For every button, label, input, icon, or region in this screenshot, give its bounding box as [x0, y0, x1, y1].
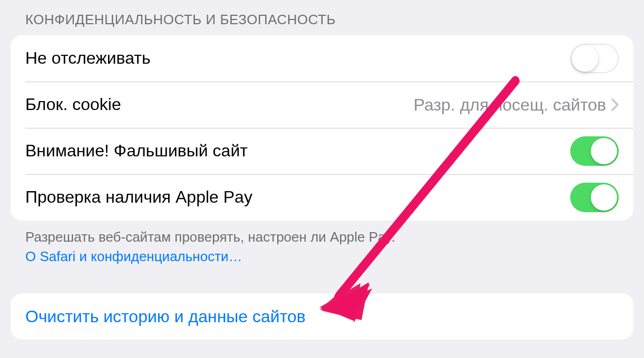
- switch-fraudulent-warning[interactable]: [570, 136, 619, 166]
- switch-knob: [591, 138, 617, 164]
- section-footer: Разрешать веб-сайтам проверять, настроен…: [0, 221, 644, 266]
- footer-description: Разрешать веб-сайтам проверять, настроен…: [25, 229, 395, 245]
- settings-group-privacy: Не отслеживать Блок. cookie Разр. для по…: [11, 35, 633, 221]
- switch-apple-pay[interactable]: [570, 183, 619, 212]
- about-safari-privacy-link[interactable]: О Safari и конфиденциальности…: [25, 247, 619, 266]
- row-label: Блок. cookie: [25, 95, 414, 114]
- switch-knob: [591, 184, 617, 211]
- row-label: Не отслеживать: [25, 49, 570, 67]
- section-header-privacy: КОНФИДЕНЦИАЛЬНОСТЬ И БЕЗОПАСНОСТЬ: [0, 0, 644, 35]
- row-value: Разр. для посещ. сайтов: [414, 95, 606, 115]
- row-check-apple-pay[interactable]: Проверка наличия Apple Pay: [11, 174, 633, 221]
- clear-history-label: Очистить историю и данные сайтов: [25, 307, 306, 326]
- row-block-cookies[interactable]: Блок. cookie Разр. для посещ. сайтов: [11, 82, 633, 128]
- settings-group-clear: Очистить историю и данные сайтов: [11, 293, 633, 340]
- settings-container: КОНФИДЕНЦИАЛЬНОСТЬ И БЕЗОПАСНОСТЬ Не отс…: [0, 0, 644, 340]
- chevron-right-icon: [611, 98, 619, 111]
- row-fraudulent-website-warning[interactable]: Внимание! Фальшивый сайт: [11, 128, 633, 174]
- row-label: Проверка наличия Apple Pay: [25, 188, 570, 206]
- row-label: Внимание! Фальшивый сайт: [25, 142, 570, 160]
- switch-knob: [572, 45, 598, 72]
- switch-do-not-track[interactable]: [570, 44, 619, 73]
- row-do-not-track[interactable]: Не отслеживать: [11, 35, 633, 82]
- row-clear-history[interactable]: Очистить историю и данные сайтов: [11, 293, 633, 340]
